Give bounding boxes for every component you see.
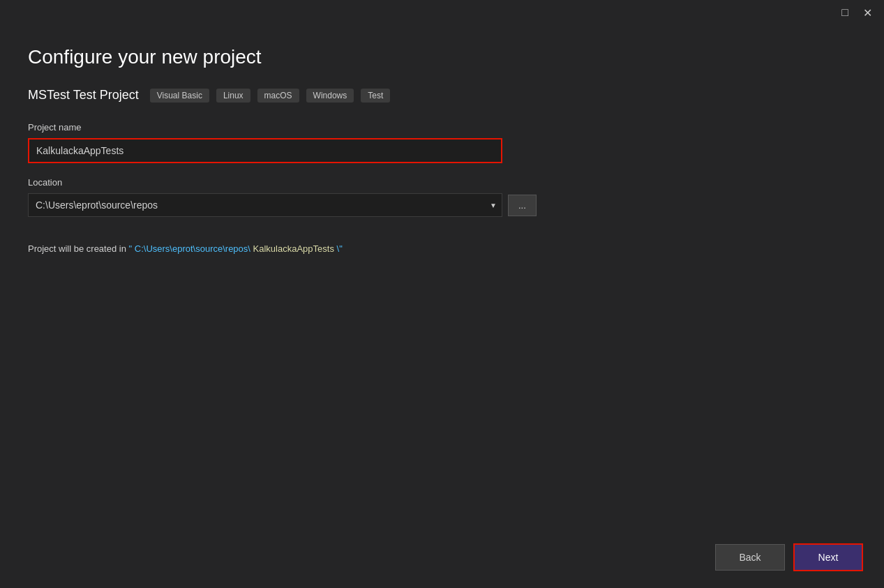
tag-linux: Linux	[216, 89, 250, 103]
project-name-section: Project name	[28, 122, 856, 163]
close-button[interactable]: ✕	[859, 4, 876, 21]
tag-macos: macOS	[257, 89, 299, 103]
location-select-wrapper: C:\Users\eprot\source\repos ▼	[28, 193, 502, 217]
tag-visual-basic: Visual Basic	[150, 89, 209, 103]
title-bar: □ ✕	[0, 0, 884, 25]
next-button[interactable]: Next	[793, 543, 863, 571]
main-content: Configure your new project MSTest Test P…	[0, 25, 884, 532]
project-name-label: Project name	[28, 122, 856, 133]
tag-windows: Windows	[306, 89, 354, 103]
path-info: Project will be created in " C:\Users\ep…	[28, 243, 856, 254]
location-label: Location	[28, 177, 856, 188]
location-row: C:\Users\eprot\source\repos ▼ ...	[28, 193, 856, 217]
page-title: Configure your new project	[28, 46, 856, 68]
project-type-row: MSTest Test Project Visual Basic Linux m…	[28, 88, 856, 103]
tag-test: Test	[361, 89, 390, 103]
project-name-input[interactable]	[28, 138, 502, 163]
location-select[interactable]: C:\Users\eprot\source\repos	[28, 193, 502, 217]
path-info-prefix: Project will be created in	[28, 243, 129, 254]
maximize-button[interactable]: □	[837, 4, 853, 21]
footer: Back Next	[0, 532, 884, 588]
path-info-quote-close: \"	[337, 243, 343, 254]
location-section: Location C:\Users\eprot\source\repos ▼ .…	[28, 177, 856, 217]
path-info-base: C:\Users\eprot\source\repos\	[135, 243, 250, 254]
path-info-quote-open: "	[129, 243, 133, 254]
browse-button[interactable]: ...	[508, 195, 537, 216]
back-button[interactable]: Back	[715, 544, 785, 571]
spacer	[28, 254, 856, 518]
project-type-name: MSTest Test Project	[28, 88, 139, 103]
window: □ ✕ Configure your new project MSTest Te…	[0, 0, 884, 588]
path-info-project: KalkulackaAppTests	[253, 243, 334, 254]
